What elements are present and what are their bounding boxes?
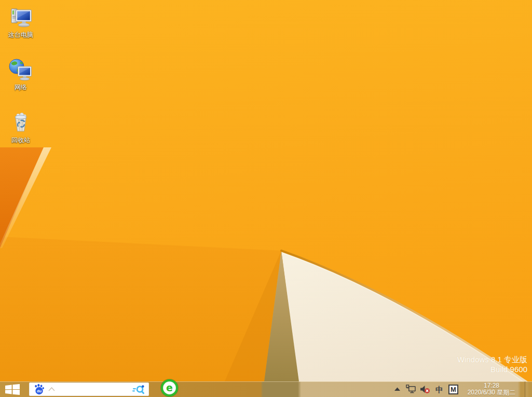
chevron-up-icon[interactable] [48,387,55,391]
clock-date: 2020/6/30 星期二 [462,389,521,396]
green-e-browser-icon[interactable]: e [161,379,178,396]
network-status-icon[interactable] [406,385,416,394]
browser-letter: e [166,383,173,393]
desktop-icon-this-pc[interactable]: 这台电脑 [1,5,40,38]
wired-network-icon [406,385,416,394]
windows-desktop: 这台电脑 网络 [0,0,532,397]
ime-mode-indicator[interactable]: M [448,385,458,394]
start-button[interactable] [0,381,25,397]
triangle-up-icon [394,387,401,391]
this-pc-icon [8,5,33,30]
baidu-paw-icon: du [34,384,45,395]
baidu-search-box[interactable]: du [29,382,149,396]
desktop-icon-label: 这台电脑 [8,31,33,38]
wallpaper [0,0,532,397]
windows-logo-icon [5,384,20,395]
desktop-icon-label: 网络 [15,84,27,91]
ime-mode-label: M [448,385,458,394]
show-hidden-icons-button[interactable] [394,387,401,391]
network-globe-icon [8,58,33,83]
recycle-bin-icon [8,111,33,135]
search-input[interactable] [58,384,132,394]
show-desktop-button[interactable] [525,381,528,397]
system-tray: 中 M 17:28 2020/6/30 星期二 [394,381,532,397]
desktop-icon-network[interactable]: 网络 [1,58,40,91]
ime-chinese-label: 中 [435,386,443,393]
search-icon[interactable] [132,384,145,395]
ime-language-indicator[interactable]: 中 [435,386,443,393]
volume-muted-icon[interactable] [420,385,430,394]
baidu-du-text: du [37,389,42,393]
desktop-icon-recycle-bin[interactable]: 回收站 [1,111,40,144]
speaker-mute-icon [420,385,430,394]
taskbar-clock[interactable]: 17:28 2020/6/30 星期二 [462,382,521,396]
watermark-edition: Windows 8.1 专业版 [457,354,527,364]
desktop-icon-label: 回收站 [11,136,30,144]
taskbar: du e [0,381,532,397]
windows-watermark: Windows 8.1 专业版 Build 9600 [457,354,527,374]
watermark-build: Build 9600 [457,364,527,374]
